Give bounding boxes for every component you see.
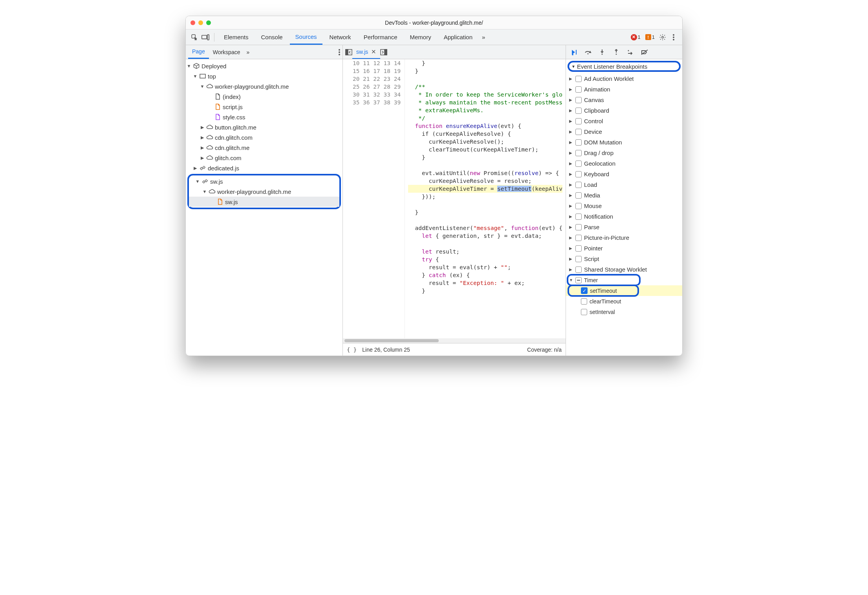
category-dom-mutation[interactable]: ▶DOM Mutation <box>566 137 682 148</box>
tree-top[interactable]: ▼top <box>186 71 342 81</box>
tab-elements[interactable]: Elements <box>218 29 254 45</box>
category-notification[interactable]: ▶Notification <box>566 211 682 222</box>
tree-cdn1[interactable]: ▶cdn.glitch.com <box>186 132 342 142</box>
checkbox-empty-icon[interactable] <box>575 76 582 82</box>
navigator-menu-icon[interactable] <box>339 49 340 55</box>
checkbox-empty-icon[interactable] <box>575 256 582 262</box>
toggle-debugger-icon[interactable] <box>380 49 387 55</box>
error-badge[interactable]: ✕1 <box>631 34 641 40</box>
tree-top-domain[interactable]: ▼worker-playground.glitch.me <box>186 81 342 91</box>
resume-icon[interactable] <box>570 49 578 55</box>
tree-deployed[interactable]: ▼Deployed <box>186 61 342 71</box>
step-icon[interactable] <box>626 49 634 55</box>
category-media[interactable]: ▶Media <box>566 190 682 201</box>
checkbox-empty-icon[interactable] <box>575 139 582 146</box>
category-geolocation[interactable]: ▶Geolocation <box>566 158 682 169</box>
toggle-navigator-icon[interactable] <box>345 49 352 55</box>
category-load[interactable]: ▶Load <box>566 179 682 190</box>
breakpoint-setinterval[interactable]: setInterval <box>566 307 682 317</box>
checkbox-empty-icon[interactable] <box>575 214 582 220</box>
debugger-toolbar <box>566 45 682 59</box>
checkbox-empty-icon[interactable] <box>575 235 582 241</box>
inspect-element-icon[interactable] <box>190 33 199 42</box>
tree-glitchcom[interactable]: ▶glitch.com <box>186 153 342 163</box>
tab-memory[interactable]: Memory <box>405 29 437 45</box>
category-ad-auction-worklet[interactable]: ▶Ad Auction Worklet <box>566 73 682 84</box>
tab-performance[interactable]: Performance <box>358 29 403 45</box>
navigator-tab-page[interactable]: Page <box>188 45 209 59</box>
tab-application[interactable]: Application <box>438 29 478 45</box>
svg-point-3 <box>662 36 664 38</box>
navigator-tab-workspace[interactable]: Workspace <box>209 45 244 59</box>
checkbox-empty-icon[interactable] <box>575 97 582 103</box>
tree-button-domain[interactable]: ▶button.glitch.me <box>186 122 342 132</box>
step-over-icon[interactable] <box>584 49 592 55</box>
code-editor[interactable]: 10 11 12 13 14 15 16 17 18 19 20 21 22 2… <box>343 59 566 338</box>
step-out-icon[interactable] <box>612 49 620 55</box>
checkbox-empty-icon[interactable] <box>575 108 582 114</box>
tab-console[interactable]: Console <box>256 29 288 45</box>
step-into-icon[interactable] <box>598 49 606 55</box>
tree-scriptjs[interactable]: script.js <box>186 102 342 112</box>
category-timer[interactable]: ▼Timer <box>566 275 682 285</box>
checkbox-empty-icon[interactable] <box>575 86 582 93</box>
settings-icon[interactable] <box>658 33 667 42</box>
tab-network[interactable]: Network <box>324 29 357 45</box>
category-picture-in-picture[interactable]: ▶Picture-in-Picture <box>566 232 682 243</box>
category-drag-drop[interactable]: ▶Drag / drop <box>566 148 682 158</box>
checkbox-empty-icon[interactable] <box>575 203 582 209</box>
deactivate-breakpoints-icon[interactable] <box>641 49 648 55</box>
checkbox-empty-icon[interactable] <box>581 309 587 315</box>
category-animation[interactable]: ▶Animation <box>566 84 682 95</box>
checkbox-empty-icon[interactable] <box>575 150 582 156</box>
checkbox-empty-icon[interactable] <box>575 182 582 188</box>
checkbox-empty-icon[interactable] <box>575 129 582 135</box>
category-device[interactable]: ▶Device <box>566 126 682 137</box>
category-mouse[interactable]: ▶Mouse <box>566 201 682 211</box>
code-content[interactable]: } } /** * In order to keep the ServiceWo… <box>405 59 566 338</box>
checkbox-empty-icon[interactable] <box>575 245 582 252</box>
tab-overflow[interactable]: » <box>480 29 487 45</box>
editor-file-tab[interactable]: sw.js ✕ <box>352 45 380 59</box>
category-canvas[interactable]: ▶Canvas <box>566 95 682 105</box>
category-shared-storage-worklet[interactable]: ▶Shared Storage Worklet <box>566 264 682 275</box>
category-keyboard[interactable]: ▶Keyboard <box>566 169 682 179</box>
tree-dedicated[interactable]: ▶dedicated.js <box>186 163 342 173</box>
checkbox-checked-icon[interactable]: ✓ <box>581 287 588 294</box>
navigator-tab-overflow[interactable]: » <box>244 45 252 59</box>
window-titlebar: DevTools - worker-playground.glitch.me/ <box>186 16 682 29</box>
category-pointer[interactable]: ▶Pointer <box>566 243 682 254</box>
checkbox-empty-icon[interactable] <box>575 161 582 167</box>
checkbox-empty-icon[interactable] <box>575 171 582 177</box>
close-tab-icon[interactable]: ✕ <box>371 48 376 55</box>
tree-swjs-worker[interactable]: ▼sw.js <box>189 176 339 186</box>
section-event-listener-breakpoints[interactable]: ▼ Event Listener Breakpoints <box>568 61 681 72</box>
category-clipboard[interactable]: ▶Clipboard <box>566 105 682 116</box>
checkbox-mixed-icon[interactable] <box>575 277 582 283</box>
tree-sw-file[interactable]: sw.js <box>189 197 339 207</box>
editor-scrollbar[interactable] <box>343 338 566 343</box>
category-script[interactable]: ▶Script <box>566 254 682 264</box>
svg-point-8 <box>339 51 340 53</box>
breakpoint-settimeout[interactable]: ✓setTimeout <box>566 285 682 296</box>
checkbox-empty-icon[interactable] <box>575 118 582 124</box>
coverage-status: Coverage: n/a <box>527 347 562 353</box>
device-toggle-icon[interactable] <box>201 33 210 42</box>
warning-badge[interactable]: !1 <box>645 34 655 40</box>
checkbox-empty-icon[interactable] <box>575 266 582 273</box>
cloud-icon <box>206 135 213 140</box>
category-control[interactable]: ▶Control <box>566 116 682 126</box>
category-parse[interactable]: ▶Parse <box>566 222 682 232</box>
tab-sources[interactable]: Sources <box>290 29 322 45</box>
checkbox-empty-icon[interactable] <box>575 192 582 199</box>
tree-index[interactable]: (index) <box>186 91 342 102</box>
checkbox-empty-icon[interactable] <box>575 224 582 230</box>
tree-sw-domain[interactable]: ▼worker-playground.glitch.me <box>189 186 339 197</box>
kebab-menu-icon[interactable] <box>669 33 678 42</box>
breakpoint-cleartimeout[interactable]: clearTimeout <box>566 296 682 307</box>
tree-stylecss[interactable]: style.css <box>186 112 342 122</box>
pretty-print-icon[interactable]: { } <box>347 347 357 353</box>
navigator-tabstrip: Page Workspace » <box>186 45 342 59</box>
tree-cdn2[interactable]: ▶cdn.glitch.me <box>186 142 342 153</box>
checkbox-empty-icon[interactable] <box>581 298 587 305</box>
